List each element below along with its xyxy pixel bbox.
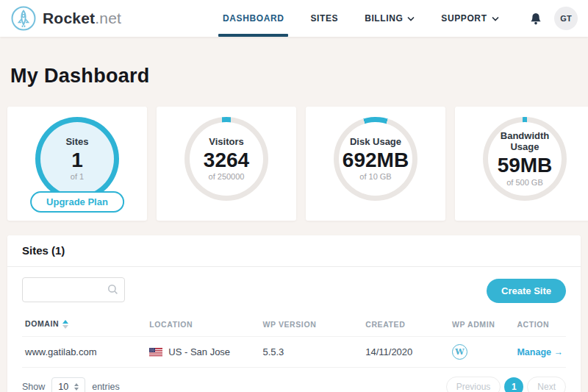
nav-item-label: SITES xyxy=(310,13,338,24)
search-box xyxy=(22,277,125,302)
us-flag-icon xyxy=(149,348,162,357)
cell-wp-version: 5.5.3 xyxy=(259,337,362,368)
stat-card-disk-usage: Disk Usage 692MB of 10 GB xyxy=(306,107,445,221)
cell-action: Manage → xyxy=(514,337,566,368)
visitors-progress-ring: Visitors 3264 of 250000 xyxy=(184,117,268,201)
wordpress-icon[interactable]: W xyxy=(452,344,467,360)
column-header-created: CREATED xyxy=(362,315,449,337)
stat-card-bandwidth-usage: Bandwidth Usage 59MB of 500 GB xyxy=(455,107,588,221)
next-page-button[interactable]: Next xyxy=(527,377,566,392)
chevron-down-icon xyxy=(492,13,499,24)
sites-panel-body: Create Site DOMAIN LOCATION WP VERSION C… xyxy=(7,267,581,392)
nav-item-label: DASHBOARD xyxy=(223,13,284,24)
table-header-row: DOMAIN LOCATION WP VERSION CREATED WP AD… xyxy=(22,315,566,337)
brand-name: Rocket.net xyxy=(43,10,121,27)
cell-domain: www.gatilab.com xyxy=(22,337,146,368)
cell-created: 14/11/2020 xyxy=(362,337,449,368)
bandwidth-progress-ring: Bandwidth Usage 59MB of 500 GB xyxy=(483,117,567,201)
spinner-icon xyxy=(74,383,79,391)
sites-panel-header: Sites (1) xyxy=(7,235,581,267)
nav-item-dashboard[interactable]: DASHBOARD xyxy=(209,0,297,37)
column-header-domain[interactable]: DOMAIN xyxy=(22,315,146,337)
dashboard-page: My Dashboard Sites 1 of 1 Upgrade Plan V… xyxy=(0,37,588,392)
stat-value: 1 xyxy=(71,149,83,172)
avatar[interactable]: GT xyxy=(554,7,578,30)
nav-item-label: BILLING xyxy=(365,13,403,24)
top-navbar: Rocket.net DASHBOARD SITES BILLING SUPPO… xyxy=(0,0,588,37)
nav-item-sites[interactable]: SITES xyxy=(297,0,351,37)
stat-cards: Sites 1 of 1 Upgrade Plan Visitors 3264 … xyxy=(7,107,581,221)
column-header-location: LOCATION xyxy=(146,315,259,337)
column-header-label: DOMAIN xyxy=(25,319,59,328)
column-header-wp-version: WP VERSION xyxy=(259,315,362,337)
sites-panel: Sites (1) Create Site DOMAIN xyxy=(7,235,581,392)
nav-item-support[interactable]: SUPPORT xyxy=(428,0,512,37)
stat-label: Sites xyxy=(58,137,96,148)
page-title: My Dashboard xyxy=(7,37,581,107)
entries-label: entries xyxy=(92,382,120,392)
stat-label: Visitors xyxy=(201,137,251,148)
stat-sub: of 1 xyxy=(71,172,84,181)
bell-icon[interactable] xyxy=(529,12,542,26)
manage-link[interactable]: Manage → xyxy=(517,347,563,357)
entries-control: Show 10 entries xyxy=(22,377,120,392)
entries-value: 10 xyxy=(58,382,68,392)
upgrade-plan-button[interactable]: Upgrade Plan xyxy=(30,191,124,213)
stat-value: 59MB xyxy=(498,154,553,177)
nav-item-billing[interactable]: BILLING xyxy=(351,0,428,37)
sites-table: DOMAIN LOCATION WP VERSION CREATED WP AD… xyxy=(22,315,566,368)
stat-sub: of 500 GB xyxy=(506,178,543,187)
table-row: www.gatilab.com xyxy=(22,337,566,368)
cell-wp-admin: W xyxy=(449,337,514,368)
stat-card-visitors: Visitors 3264 of 250000 xyxy=(157,107,296,221)
create-site-button[interactable]: Create Site xyxy=(487,279,566,303)
arrow-right-icon: → xyxy=(553,347,563,357)
stat-value: 3264 xyxy=(204,149,249,172)
stat-label: Disk Usage xyxy=(343,137,409,148)
location-text: US - San Jose xyxy=(168,346,230,357)
stat-label: Bandwidth Usage xyxy=(488,131,562,153)
stat-card-sites: Sites 1 of 1 Upgrade Plan xyxy=(7,107,147,221)
sites-toolbar: Create Site xyxy=(22,277,566,303)
rocket-logo-icon xyxy=(10,5,37,32)
sites-progress-ring: Sites 1 of 1 xyxy=(35,117,119,201)
stat-sub: of 10 GB xyxy=(359,172,391,181)
chevron-down-icon xyxy=(407,13,415,24)
sites-panel-title: Sites (1) xyxy=(22,244,65,257)
brand-logo[interactable]: Rocket.net xyxy=(10,5,121,32)
nav-actions: GT xyxy=(529,7,578,30)
entries-select[interactable]: 10 xyxy=(51,377,85,392)
column-header-wp-admin: WP ADMIN xyxy=(449,315,514,337)
disk-usage-progress-ring: Disk Usage 692MB of 10 GB xyxy=(334,117,417,201)
nav-item-label: SUPPORT xyxy=(441,13,487,24)
table-footer: Show 10 entries Previous 1 Next xyxy=(22,368,566,392)
column-header-action: ACTION xyxy=(514,315,566,337)
pagination: Previous 1 Next xyxy=(446,377,566,392)
show-label: Show xyxy=(22,382,45,392)
stat-value: 692MB xyxy=(343,149,409,172)
sort-icon xyxy=(62,320,68,329)
wp-letter: W xyxy=(455,347,464,357)
cell-location: US - San Jose xyxy=(146,337,259,368)
search-icon xyxy=(107,284,118,298)
page-number-button[interactable]: 1 xyxy=(504,377,523,392)
avatar-initials: GT xyxy=(560,14,571,23)
previous-page-button[interactable]: Previous xyxy=(446,377,501,392)
main-nav: DASHBOARD SITES BILLING SUPPORT xyxy=(209,0,512,37)
stat-sub: of 250000 xyxy=(209,172,245,181)
